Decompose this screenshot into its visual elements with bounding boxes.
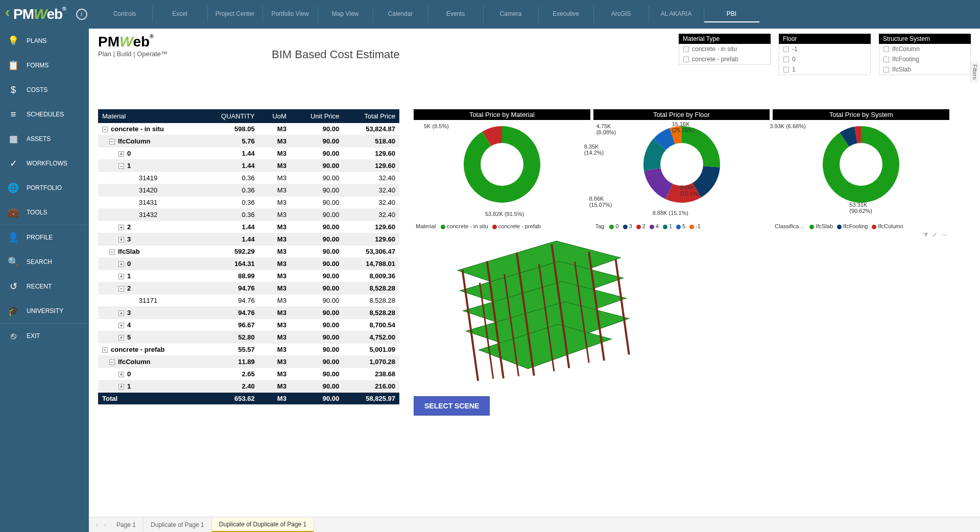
matrix-table-scroll[interactable]: MaterialQUANTITYUoMUnit PriceTotal Price… [98,109,404,421]
legend-item[interactable]: -1 [689,223,701,229]
legend-item[interactable]: 3 [623,223,632,229]
donut-chart[interactable] [823,126,899,203]
expand-icon[interactable]: + [118,225,124,230]
expand-icon[interactable]: + [118,335,124,341]
matrix-row[interactable]: 314200.36M390.0032.40 [98,184,399,197]
topnav-pbi[interactable]: PBI [704,6,759,22]
matrix-row[interactable]: +12.40M390.00216.00 [98,380,399,393]
legend-item[interactable]: 4 [650,223,659,229]
matrix-row[interactable]: −IfcColumn5.76M390.00518.40 [98,135,399,148]
topnav-executive[interactable]: Executive [539,6,594,22]
matrix-row[interactable]: +394.76M390.008,528.28 [98,307,399,319]
matrix-row[interactable]: −concrete - prefab55.57M390.005,001.09 [98,344,399,356]
sidebar-item-exit[interactable]: ⎋EXIT [0,323,89,348]
matrix-row[interactable]: +188.99M390.008,009.36 [98,270,399,282]
legend-item[interactable]: 5 [676,223,685,229]
matrix-row[interactable]: +21.44M390.00129.60 [98,221,399,233]
legend-item[interactable]: IfcSlab [809,223,833,229]
matrix-header[interactable]: QUANTITY [199,109,259,123]
topnav-controls[interactable]: Controls [98,6,153,22]
filter-icon[interactable]: ⧩ [923,231,928,238]
more-icon[interactable]: ⋯ [941,231,947,238]
focus-icon[interactable]: ⤢ [932,231,937,238]
matrix-row[interactable]: −294.76M390.008,528.28 [98,282,399,295]
sidebar-item-search[interactable]: 🔍SEARCH [0,250,89,274]
matrix-row[interactable]: +496.67M390.008,700.54 [98,319,399,331]
sidebar-item-profile[interactable]: 👤PROFILE [0,225,89,250]
topnav-project-center[interactable]: Project Center [208,6,263,22]
matrix-row[interactable]: −concrete - in situ598.05M390.0053,824.8… [98,123,399,135]
matrix-row[interactable]: 314320.36M390.0032.40 [98,209,399,221]
expand-icon[interactable]: + [118,151,124,157]
matrix-row[interactable]: +02.65M390.00238.68 [98,368,399,380]
slicer-option[interactable]: IfcFooting [879,54,970,64]
matrix-row[interactable]: +552.80M390.004,752.00 [98,331,399,344]
page-prev-icon[interactable]: ‹ [93,521,101,528]
matrix-row[interactable]: −11.44M390.00129.60 [98,160,399,172]
topnav-camera[interactable]: Camera [484,6,539,22]
matrix-row[interactable]: 314190.36M390.0032.40 [98,172,399,184]
page-tab[interactable]: Page 1 [109,518,144,531]
sidebar-item-assets[interactable]: ▦ASSETS [0,127,89,151]
matrix-header[interactable]: UoM [259,109,291,123]
matrix-row[interactable]: +31.44M390.00129.60 [98,233,399,246]
matrix-header[interactable]: Material [98,109,199,123]
legend-item[interactable]: IfcColumn [872,223,903,229]
legend-item[interactable]: 1 [663,223,672,229]
matrix-row[interactable]: −IfcSlab592.29M390.0053,306.47 [98,246,399,258]
expand-icon[interactable]: + [118,323,124,328]
sidebar-item-recent[interactable]: ↺RECENT [0,274,89,299]
expand-icon[interactable]: + [118,274,124,279]
legend-item[interactable]: 2 [636,223,646,229]
expand-icon[interactable]: + [118,237,124,243]
topnav-portfolio-view[interactable]: Portfolio View [263,6,318,22]
expand-icon[interactable]: + [118,310,124,316]
bim-model-view[interactable] [414,240,679,393]
expand-icon[interactable]: + [118,372,124,377]
topnav-excel[interactable]: Excel [153,6,208,22]
page-next-icon[interactable]: › [101,521,109,528]
slicer-option[interactable]: 0 [779,54,870,64]
expand-icon[interactable]: − [102,127,108,132]
info-icon[interactable]: i [76,9,87,20]
expand-icon[interactable]: − [109,359,115,365]
page-tab[interactable]: Duplicate of Page 1 [144,518,212,531]
topnav-events[interactable]: Events [428,6,484,22]
sidebar-item-portfolio[interactable]: 🌐PORTFOLIO [0,176,89,200]
slicer-option[interactable]: concrete - prefab [679,54,770,64]
slicer-option[interactable]: 1 [779,64,870,75]
select-scene-button[interactable]: SELECT SCENE [414,396,490,416]
matrix-header[interactable]: Total Price [343,109,399,123]
sidebar-item-plans[interactable]: 💡PLANS [0,29,89,53]
sidebar-item-schedules[interactable]: ≡SCHEDULES [0,102,89,127]
sidebar-item-forms[interactable]: 📋FORMS [0,53,89,78]
matrix-row[interactable]: +0164.31M390.0014,788.01 [98,258,399,270]
expand-icon[interactable]: + [118,261,124,267]
matrix-row[interactable]: −IfcColumn11.89M390.001,070.28 [98,356,399,368]
sidebar-item-tools[interactable]: 💼TOOLS [0,200,89,225]
filters-pane-tab[interactable]: Filters [970,61,979,83]
expand-icon[interactable]: − [102,347,108,353]
topnav-calendar[interactable]: Calendar [373,6,428,22]
page-tab[interactable]: Duplicate of Duplicate of Page 1 [212,518,314,532]
topnav-arcgis[interactable]: ArcGIS [594,6,649,22]
topnav-al-akaria[interactable]: AL AKARIA [649,6,704,22]
legend-item[interactable]: 0 [609,223,618,229]
legend-item[interactable]: IfcFooting [837,223,868,229]
topnav-map-view[interactable]: Map View [318,6,373,22]
expand-icon[interactable]: − [109,249,115,255]
sidebar-item-university[interactable]: 🎓UNIVERSITY [0,299,89,323]
matrix-row[interactable]: 3117194.76M390.008,528.28 [98,295,399,307]
expand-icon[interactable]: + [118,384,124,390]
matrix-row[interactable]: 314310.36M390.0032.40 [98,197,399,209]
slicer-option[interactable]: concrete - in situ [679,44,770,54]
legend-item[interactable]: concrete - prefab [492,223,541,229]
slicer-option[interactable]: IfcColumn [879,44,970,54]
expand-icon[interactable]: − [118,286,124,292]
donut-chart[interactable] [464,126,540,203]
matrix-row[interactable]: +01.44M390.00129.60 [98,148,399,160]
sidebar-item-costs[interactable]: $COSTS [0,78,89,102]
slicer-option[interactable]: IfcSlab [879,64,970,75]
legend-item[interactable]: concrete - in situ [441,223,488,229]
sidebar-item-workflows[interactable]: ✓WORKFLOWS [0,151,89,176]
